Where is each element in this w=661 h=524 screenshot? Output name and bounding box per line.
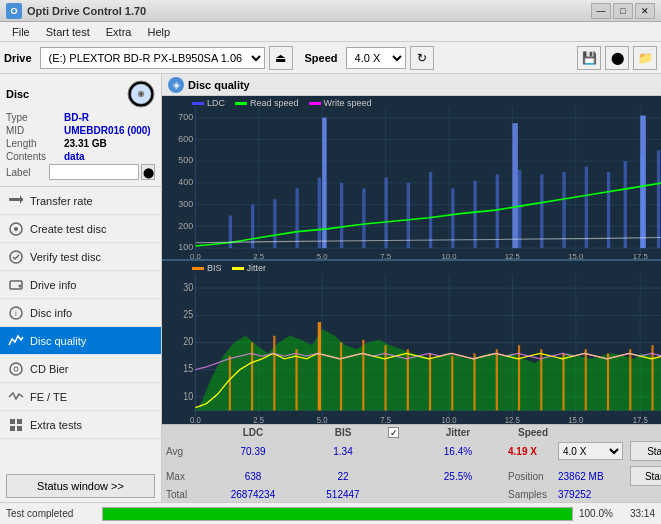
svg-text:5.0: 5.0 [317,252,328,259]
menu-extra[interactable]: Extra [98,24,140,40]
write-button[interactable]: 💾 [577,46,601,70]
start-part-button[interactable]: Start part [630,466,661,486]
svg-text:2.5: 2.5 [253,414,264,424]
nav-extra-tests[interactable]: Extra tests [0,411,161,439]
nav-transfer-rate[interactable]: Transfer rate [0,187,161,215]
maximize-button[interactable]: □ [613,3,633,19]
svg-rect-135 [496,349,498,410]
svg-text:15.0: 15.0 [568,252,583,259]
svg-text:10: 10 [183,390,193,402]
total-label: Total [166,489,208,500]
label-btn[interactable]: ⬤ [141,164,155,180]
svg-text:20: 20 [183,335,193,347]
svg-text:100: 100 [178,242,193,252]
legend-bis: BIS [192,263,222,273]
nav-verify-test-disc[interactable]: Verify test disc [0,243,161,271]
type-label: Type [6,112,64,123]
eject-button[interactable]: ⏏ [269,46,293,70]
transfer-rate-icon [8,193,24,209]
nav-create-test-disc[interactable]: Create test disc [0,215,161,243]
status-window-button[interactable]: Status window >> [6,474,155,498]
svg-rect-132 [429,353,431,410]
legend-read-speed-label: Read speed [250,98,299,108]
bottom-chart-svg: 30 25 20 15 10 40% 32% 24% 16% 8% 0.0 2.… [162,261,661,424]
legend-bis-label: BIS [207,263,222,273]
close-button[interactable]: ✕ [635,3,655,19]
bis-header: BIS [298,427,388,438]
ldc-color [192,102,204,105]
extra-tests-icon [8,417,24,433]
avg-label: Avg [166,446,208,457]
length-label: Length [6,138,64,149]
svg-text:7.5: 7.5 [380,414,391,424]
titlebar: O Opti Drive Control 1.70 — □ ✕ [0,0,661,22]
svg-text:7.5: 7.5 [380,252,391,259]
svg-text:12.5: 12.5 [505,252,520,259]
cd-bier-icon [8,361,24,377]
drive-info-icon [8,277,24,293]
checkbox-jitter[interactable]: ✓ [388,427,408,438]
svg-rect-80 [607,172,610,248]
bottom-bar: Test completed 100.0% 33:14 [0,502,661,524]
svg-text:200: 200 [178,221,193,231]
menu-help[interactable]: Help [139,24,178,40]
label-input[interactable] [49,164,139,180]
svg-rect-73 [473,181,476,248]
speed-select-stats[interactable]: 4.0 X [558,442,623,460]
total-bis: 512447 [298,489,388,500]
start-full-button[interactable]: Start full [630,441,661,461]
top-chart: LDC Read speed Write speed [162,96,661,261]
length-value: 23.31 GB [64,138,107,149]
disc-length-row: Length 23.31 GB [6,138,155,149]
burn-button[interactable]: ⬤ [605,46,629,70]
svg-text:0.0: 0.0 [190,252,201,259]
legend-ldc: LDC [192,98,225,108]
charts-wrapper: LDC Read speed Write speed [162,96,661,424]
svg-text:10.0: 10.0 [441,414,456,424]
svg-rect-16 [17,419,22,424]
nav-create-test-disc-label: Create test disc [30,223,106,235]
bis-color [192,267,204,270]
mid-label: MID [6,125,64,136]
nav-disc-quality[interactable]: Disc quality [0,327,161,355]
svg-point-14 [14,367,18,371]
disc-icon [127,80,155,108]
top-chart-svg: 700 600 500 400 300 200 100 18X 16X 14X … [162,96,661,259]
svg-rect-69 [384,178,387,249]
svg-text:400: 400 [178,177,193,187]
nav-drive-info[interactable]: Drive info [0,271,161,299]
nav-fe-te[interactable]: FE / TE [0,383,161,411]
svg-rect-70 [407,183,410,248]
label-label: Label [6,167,49,178]
svg-rect-125 [273,336,275,411]
disc-mid-row: MID UMEBDR016 (000) [6,125,155,136]
svg-rect-134 [473,353,475,410]
drive-select[interactable]: (E:) PLEXTOR BD-R PX-LB950SA 1.06 [40,47,265,69]
fe-te-icon [8,389,24,405]
read-speed-color [235,102,247,105]
stats-bar: LDC BIS ✓ Jitter Speed Avg 70.39 1.34 16… [162,424,661,502]
svg-rect-64 [295,188,298,248]
nav-cd-bier-label: CD Bier [30,363,69,375]
svg-point-13 [10,363,22,375]
app-icon: O [6,3,22,19]
svg-text:0.0: 0.0 [190,414,201,424]
legend-write-speed-label: Write speed [324,98,372,108]
menu-file[interactable]: File [4,24,38,40]
jitter-color [232,267,244,270]
bottom-legend: BIS Jitter [192,263,266,273]
svg-rect-138 [562,353,564,410]
minimize-button[interactable]: — [591,3,611,19]
save-button[interactable]: 📁 [633,46,657,70]
menu-start-test[interactable]: Start test [38,24,98,40]
svg-text:300: 300 [178,199,193,209]
svg-point-7 [14,227,18,231]
time-display: 33:14 [630,508,655,519]
mid-value: UMEBDR016 (000) [64,125,151,136]
ldc-header: LDC [208,427,298,438]
refresh-button[interactable]: ↻ [410,46,434,70]
speed-select-toolbar[interactable]: 4.0 X [346,47,406,69]
nav-cd-bier[interactable]: CD Bier [0,355,161,383]
svg-rect-83 [640,116,646,249]
nav-disc-info[interactable]: i Disc info [0,299,161,327]
